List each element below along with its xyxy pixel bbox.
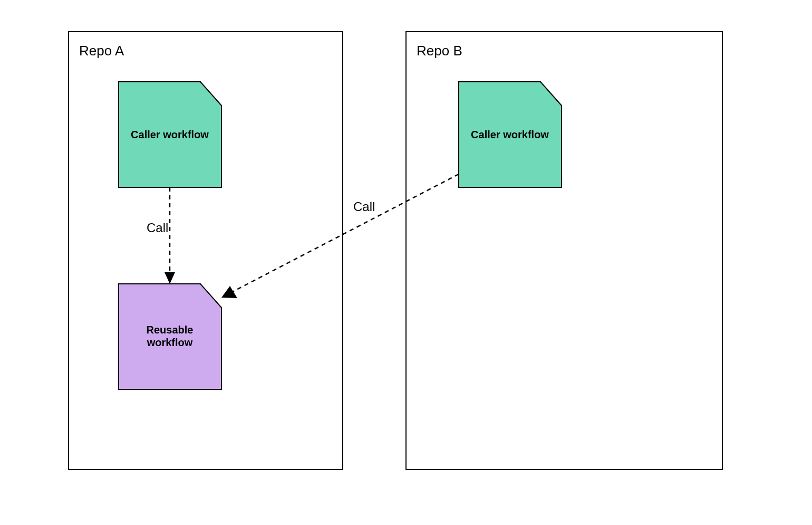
repo-b-label: Repo B <box>417 43 462 59</box>
reusable-workflow-label-line1: Reusable <box>147 324 194 336</box>
workflow-diagram: Repo A Repo B Caller workflow Reusable w… <box>0 0 812 525</box>
edge-label-call-a: Call <box>147 221 168 235</box>
caller-workflow-a-label: Caller workflow <box>131 129 209 140</box>
repo-a-label: Repo A <box>79 43 124 59</box>
caller-workflow-a: Caller workflow <box>119 82 221 187</box>
edge-label-call-b: Call <box>353 199 375 214</box>
svg-rect-1 <box>406 32 722 470</box>
reusable-workflow: Reusable workflow <box>119 284 221 389</box>
reusable-workflow-label-line2: workflow <box>147 337 193 348</box>
repo-b-box: Repo B <box>406 32 722 470</box>
caller-workflow-b-label: Caller workflow <box>471 129 549 140</box>
caller-workflow-b: Caller workflow <box>459 82 562 187</box>
